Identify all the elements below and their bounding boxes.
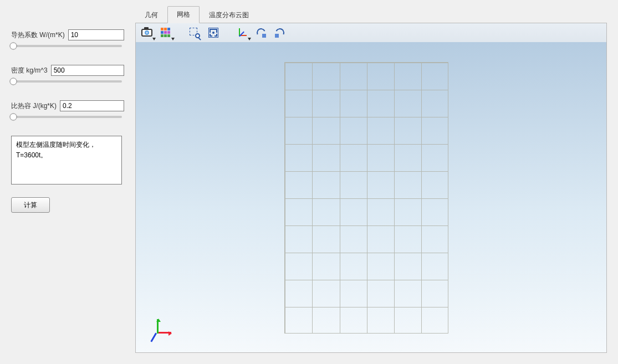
rotate-ccw-icon[interactable] — [254, 26, 268, 39]
tab-bar: 几何 网格 温度分布云图 — [135, 6, 607, 23]
density-slider[interactable] — [11, 80, 124, 83]
mesh-grid — [284, 62, 448, 334]
tab-mesh[interactable]: 网格 — [167, 6, 200, 23]
param-specific-heat: 比热容 J/(kg*K) — [11, 100, 124, 118]
thermal-conductivity-input[interactable] — [68, 29, 124, 40]
density-input[interactable] — [51, 65, 124, 76]
sidebar: 导热系数 W/(m*K) 密度 kg/m^3 比热容 J/(kg*K) — [0, 0, 135, 364]
main-panel: 几何 网格 温度分布云图 — [135, 0, 618, 364]
description-textarea[interactable] — [11, 136, 122, 184]
calculate-button[interactable]: 计算 — [11, 197, 50, 213]
thermal-conductivity-slider[interactable] — [11, 45, 124, 47]
zoom-region-icon[interactable] — [188, 26, 201, 39]
param-label: 比热容 J/(kg*K) — [11, 101, 57, 111]
param-density: 密度 kg/m^3 — [11, 65, 124, 83]
tab-temperature-contour[interactable]: 温度分布云图 — [200, 7, 258, 23]
specific-heat-slider[interactable] — [11, 116, 124, 118]
viewport-toolbar — [136, 23, 606, 42]
app-root: 导热系数 W/(m*K) 密度 kg/m^3 比热容 J/(kg*K) — [0, 0, 618, 364]
param-label: 密度 kg/m^3 — [11, 66, 48, 75]
param-label: 导热系数 W/(m*K) — [11, 30, 65, 40]
viewport[interactable] — [136, 42, 606, 352]
tab-geometry[interactable]: 几何 — [135, 7, 167, 23]
param-thermal-conductivity: 导热系数 W/(m*K) — [11, 29, 124, 47]
camera-icon[interactable] — [140, 26, 154, 39]
rotate-cw-icon[interactable] — [273, 26, 287, 39]
fit-view-icon[interactable] — [207, 26, 220, 39]
options-icon[interactable] — [159, 26, 172, 39]
specific-heat-input[interactable] — [60, 100, 124, 111]
axes-icon[interactable] — [236, 26, 249, 39]
canvas-frame — [135, 23, 607, 353]
orientation-triad-icon — [152, 316, 175, 338]
